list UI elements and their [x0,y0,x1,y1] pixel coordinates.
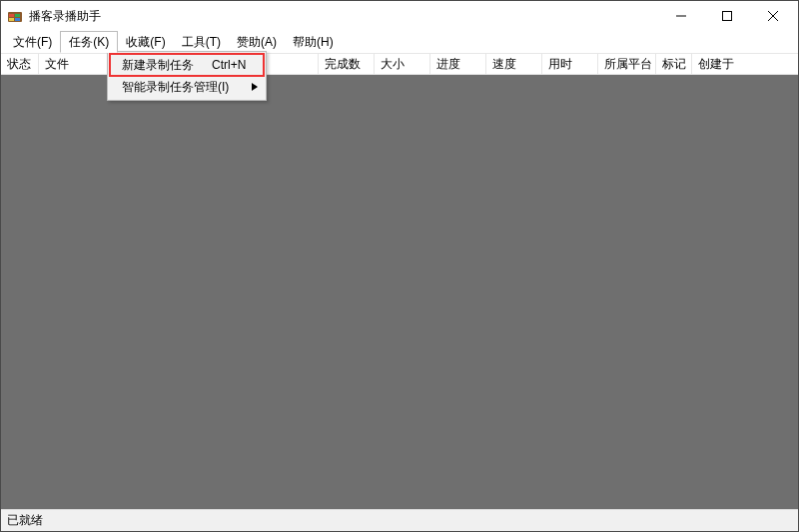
col-status[interactable]: 状态 [1,54,39,74]
menu-label: 工具(T) [182,34,221,51]
app-window: 播客录播助手 文件(F) 任务(K) 收藏(F) 工具(T) 赞助(A) 帮助(… [0,0,799,532]
menu-item-label: 新建录制任务 [122,57,194,74]
menu-label: 赞助(A) [237,34,277,51]
menu-favorites[interactable]: 收藏(F) [118,31,173,53]
col-mark[interactable]: 标记 [656,54,692,74]
status-bar: 已就绪 [1,509,798,531]
menu-label: 文件(F) [13,34,52,51]
menu-bar: 文件(F) 任务(K) 收藏(F) 工具(T) 赞助(A) 帮助(H) [1,31,798,53]
content-area [1,75,798,509]
title-bar: 播客录播助手 [1,1,798,31]
menu-tasks[interactable]: 任务(K) [60,31,118,53]
minimize-button[interactable] [658,1,704,31]
svg-rect-1 [9,14,14,17]
status-text: 已就绪 [7,512,43,529]
col-progress[interactable]: 进度 [430,54,486,74]
col-completed[interactable]: 完成数 [319,54,375,74]
menu-tools[interactable]: 工具(T) [174,31,229,53]
close-button[interactable] [750,1,796,31]
menu-sponsor[interactable]: 赞助(A) [229,31,285,53]
menu-label: 帮助(H) [293,34,334,51]
menu-item-label: 智能录制任务管理(I) [122,79,229,96]
menu-help[interactable]: 帮助(H) [285,31,342,53]
menu-item-shortcut: Ctrl+N [212,58,246,72]
maximize-button[interactable] [704,1,750,31]
svg-marker-9 [252,83,258,91]
svg-rect-2 [15,14,20,17]
svg-rect-3 [9,18,14,21]
svg-rect-4 [15,18,20,21]
tasks-dropdown: 新建录制任务 Ctrl+N 智能录制任务管理(I) [107,51,267,101]
menu-file[interactable]: 文件(F) [5,31,60,53]
window-title: 播客录播助手 [29,8,658,25]
col-speed[interactable]: 速度 [486,54,542,74]
submenu-arrow-icon [252,83,258,91]
app-icon [7,8,23,24]
col-created[interactable]: 创建于 [692,54,798,74]
col-size[interactable]: 大小 [375,54,430,74]
menu-item-smart-recording-manage[interactable]: 智能录制任务管理(I) [110,76,264,98]
svg-rect-6 [723,12,732,21]
menu-item-new-recording[interactable]: 新建录制任务 Ctrl+N [110,54,264,76]
menu-label: 任务(K) [69,34,109,51]
col-time[interactable]: 用时 [542,54,598,74]
menu-label: 收藏(F) [126,34,165,51]
col-platform[interactable]: 所属平台 [598,54,656,74]
